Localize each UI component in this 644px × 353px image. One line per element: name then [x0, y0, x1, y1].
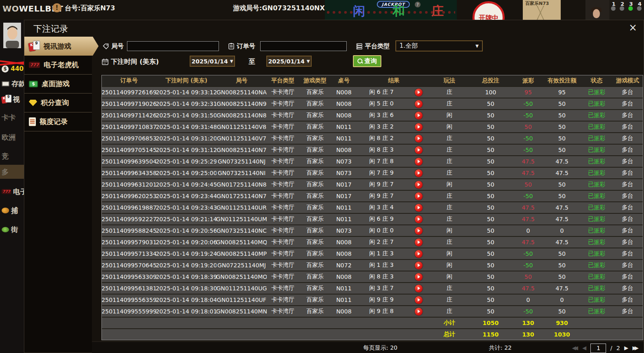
cell-order: 250114099556359 — [102, 295, 156, 305]
play-result-button[interactable] — [415, 158, 423, 166]
cell-play-type: 闲 — [431, 110, 468, 121]
cell-play-type: 庄 — [431, 191, 468, 201]
play-result-button[interactable] — [415, 204, 423, 212]
cell-valid-bet: 50 — [543, 179, 581, 190]
sidebar-item-europe[interactable]: 欧洲 — [2, 131, 16, 143]
play-result-button[interactable] — [415, 135, 423, 143]
next-page-button[interactable]: ▶ — [624, 343, 628, 353]
modal-title-bar: 下注记录 × — [24, 20, 644, 37]
cell-round: GN008251140N7 — [216, 145, 267, 155]
play-result-button[interactable] — [415, 100, 423, 108]
play-result-button[interactable] — [415, 238, 423, 246]
cell-result: 闲 3 庄 6 — [357, 110, 406, 121]
play-result-button[interactable] — [415, 112, 423, 119]
play-result-button[interactable] — [415, 227, 423, 235]
sidebar-item-arcade[interactable]: 街 — [2, 223, 18, 236]
cell-mode: 多台 — [612, 179, 643, 190]
tab-table-games[interactable]: $ 桌面游戏 — [24, 75, 92, 94]
clipboard-icon — [228, 43, 234, 49]
play-result-button[interactable] — [415, 273, 423, 281]
cell-replay — [406, 110, 431, 121]
tab-points-query[interactable]: 积分查询 — [24, 94, 92, 112]
tab-quota-records[interactable]: 额度记录 — [24, 112, 92, 131]
cell-round: GN073251140NI — [216, 168, 267, 178]
play-result-button[interactable] — [415, 250, 423, 258]
order-number-input[interactable] — [260, 41, 347, 51]
sidebar-item-fishing[interactable]: 捕 — [2, 204, 18, 217]
cell-game: 百家乐 — [299, 145, 331, 155]
play-icon — [418, 229, 420, 232]
tab-video-games[interactable]: K 9 视讯游戏 — [24, 37, 99, 56]
play-icon — [418, 137, 420, 140]
sidebar-item-slots[interactable]: 777 电子 — [2, 185, 24, 198]
sidebar-item-video[interactable]: K 9 视 — [2, 93, 20, 105]
last-page-button[interactable]: ▶▶ — [632, 343, 639, 353]
jackpot-help-icon[interactable]: ? — [415, 2, 421, 7]
play-icon — [418, 114, 420, 117]
sidebar-item-sports[interactable]: 竞 — [2, 150, 9, 162]
cell-order: 250114099639504 — [102, 156, 156, 167]
cell-round: GN011251140UM — [216, 214, 267, 224]
play-result-button[interactable] — [415, 169, 423, 177]
bet-player-area[interactable]: 闲 — [353, 5, 365, 17]
round-number-input[interactable] — [127, 41, 219, 51]
cell-time: 2025-01-14 09:18:04 — [156, 295, 216, 305]
col-header: 总投注 — [468, 75, 513, 86]
cell-bet: 50 — [468, 260, 513, 271]
search-button[interactable]: 查询 — [353, 55, 381, 67]
page-separator: / — [610, 345, 612, 351]
cell-valid-bet: 50 — [543, 98, 581, 109]
table-video-thumbnail[interactable]: 百家乐N73 — [523, 0, 561, 20]
pager: ◀◀ ◀ 1 / 2 ▶ ▶▶ — [572, 343, 639, 353]
play-result-button[interactable] — [415, 285, 423, 292]
play-result-button[interactable] — [415, 262, 423, 269]
bet-banker-area[interactable]: 庄 — [431, 5, 444, 17]
page-number-input[interactable]: 1 — [590, 344, 606, 353]
cell-game: 百家乐 — [299, 110, 331, 121]
cell-round: GN011251140V8 — [216, 122, 267, 132]
cell-valid-bet: 47.5 — [543, 202, 581, 213]
table-header-row: 订单号 下注时间 (美东) 局号 平台类型 游戏类型 桌号 结果 玩法 总投注 … — [102, 75, 643, 86]
cell-status: 已派彩 — [581, 306, 612, 317]
screen: WOWELLBET ! 台号:百家乐N73 游戏局号:GN073251140NX… — [0, 0, 644, 353]
total-valid: 1030 — [543, 329, 581, 340]
play-result-button[interactable] — [415, 89, 423, 96]
play-result-button[interactable] — [415, 296, 423, 304]
prev-page-button[interactable]: ◀ — [582, 343, 586, 353]
cell-platform: 卡卡湾厅 — [267, 168, 299, 178]
cell-status: 已派彩 — [581, 248, 612, 259]
document-icon — [29, 117, 36, 126]
first-page-button[interactable]: ◀◀ — [572, 343, 578, 353]
cell-table: N008 — [331, 271, 357, 282]
cell-payout: -50 — [513, 133, 543, 144]
cell-order: 250114099592227 — [102, 214, 156, 224]
cell-valid-bet: 50 — [543, 271, 581, 282]
tab-slots[interactable]: 777 电子老虎机 — [24, 56, 92, 75]
col-header: 桌号 — [331, 75, 357, 86]
cell-platform: 卡卡湾厅 — [267, 260, 299, 271]
sidebar-item-multi[interactable]: 多 — [2, 166, 9, 178]
avatar[interactable] — [3, 23, 21, 48]
cell-platform: 卡卡湾厅 — [267, 214, 299, 224]
play-result-button[interactable] — [415, 192, 423, 200]
play-result-button[interactable] — [415, 308, 423, 316]
cell-table: N073 — [331, 225, 357, 236]
play-result-button[interactable] — [415, 146, 423, 154]
date-from-picker[interactable]: 2025/01/14 ▼ — [190, 56, 235, 67]
cell-replay — [406, 133, 431, 144]
date-to-picker[interactable]: 2025/01/14 ▼ — [266, 56, 312, 67]
balance-amount: 440. — [11, 65, 24, 72]
sidebar-item-deposit[interactable]: 存款 — [2, 77, 24, 90]
play-result-button[interactable] — [415, 123, 423, 131]
cell-play-type: 庄 — [431, 283, 468, 294]
cell-result: 闲 1 庄 3 — [357, 260, 406, 271]
play-result-button[interactable] — [415, 181, 423, 189]
play-result-button[interactable] — [415, 215, 423, 223]
cell-order: 250114099555999 — [102, 306, 156, 317]
platform-type-select[interactable]: 1.全部 ▼ — [395, 40, 483, 51]
table-row: 2501140996312012025-01-14 09:24:45GN0172… — [102, 178, 643, 190]
cell-play-type: 闲 — [431, 122, 468, 132]
bet-tie-area[interactable]: 和 — [393, 5, 405, 17]
sidebar-item-kaka[interactable]: 卡卡 — [2, 111, 16, 124]
close-icon[interactable]: × — [627, 22, 639, 33]
